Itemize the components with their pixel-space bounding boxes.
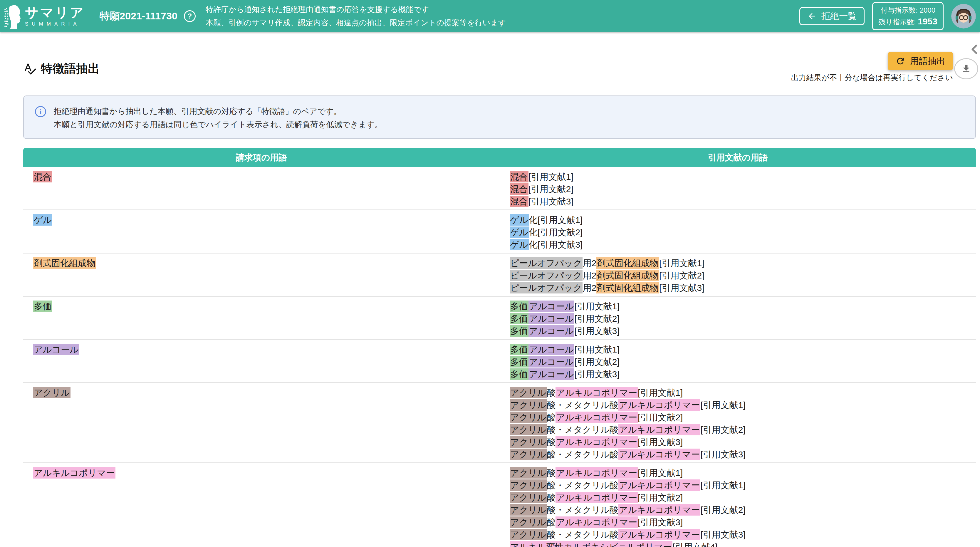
column-header-claim-terms: 請求項の用語 <box>23 152 500 164</box>
citation-line: アクリル酸・メタクリル酸アルキルコポリマー[引用文献1] <box>510 399 966 411</box>
highlighted-term: 混合 <box>510 183 528 195</box>
citation-line: 混合[引用文献2] <box>510 183 966 196</box>
highlighted-term: 剤式固化組成物 <box>597 258 659 269</box>
highlighted-term: アルキルコポリマー <box>618 479 701 491</box>
citation-line: アクリル酸・メタクリル酸アルキルコポリマー[引用文献2] <box>510 504 966 516</box>
highlighted-term: アルキルコポリマー <box>555 467 638 479</box>
highlighted-term: 多価 <box>33 301 52 312</box>
info-banner-text: 拒絶理由通知書から抽出した本願、引用文献の対応する「特徴語」のペアです。 本願と… <box>54 105 382 131</box>
term-text: [引用文献2] <box>638 412 683 422</box>
granted-count: 付与指示数: 2000 <box>878 5 937 16</box>
citation-line: アクリル酸・メタクリル酸アルキルコポリマー[引用文献2] <box>510 424 966 436</box>
term-text: [引用文献1] <box>574 345 619 354</box>
highlighted-term: アルキルコポリマー <box>618 504 701 515</box>
highlighted-term: アクリル <box>510 387 547 398</box>
citation-line: 多価アルコール[引用文献3] <box>510 368 966 380</box>
term-text: 酸 <box>547 437 555 447</box>
term-text: [引用文献3] <box>700 530 745 539</box>
patent-number: 特願2021-111730 <box>100 10 177 23</box>
term-text: 用2 <box>582 270 597 280</box>
download-button[interactable] <box>954 58 978 80</box>
main-content: 特徴語抽出 i 拒絶理由通知書から抽出した本願、引用文献の対応する「特徴語」のペ… <box>0 60 980 547</box>
feature-description: 特許庁から通知された拒絶理由通知書の応答を支援する機能です 本願、引例のサマリ作… <box>206 3 506 29</box>
term-extract-button[interactable]: 用語抽出 <box>888 52 953 70</box>
table-row: 剤式固化組成物ピールオフパック用2剤式固化組成物[引用文献1]ピールオフパック用… <box>23 253 976 297</box>
citation-line: アルキル変性カルボキシビニルポリマー[引用文献4] <box>510 541 966 547</box>
citation-line: アクリル酸・メタクリル酸アルキルコポリマー[引用文献3] <box>510 528 966 541</box>
highlighted-term: アルキルコポリマー <box>618 424 701 436</box>
page-title: 特徴語抽出 <box>41 60 100 77</box>
help-icon[interactable]: ? <box>184 10 196 22</box>
claim-term-cell: アルキルコポリマー <box>23 465 500 547</box>
highlighted-term: ピールオフパック <box>510 282 583 294</box>
highlighted-term: アクリル <box>510 504 547 515</box>
highlighted-term: アルキルコポリマー <box>555 412 638 423</box>
term-text: 酸 <box>547 517 555 527</box>
term-text: [引用文献1] <box>700 480 745 490</box>
rejection-list-button[interactable]: 拒絶一覧 <box>799 7 865 25</box>
term-text: [引用文献3] <box>638 517 683 527</box>
highlighted-term: アクリル <box>510 479 547 491</box>
highlighted-term: 混合 <box>510 196 528 207</box>
highlighted-term: ピールオフパック <box>510 270 583 281</box>
info-line2: 本願と引用文献の対応する用語は同じ色でハイライト表示され、読解負荷を低減できます… <box>54 118 382 131</box>
citation-terms-cell: 混合[引用文献1]混合[引用文献2]混合[引用文献3] <box>500 169 976 208</box>
highlighted-term: アルコール <box>528 313 574 324</box>
spellcheck-icon <box>23 62 37 75</box>
highlighted-term: アクリル <box>510 517 547 528</box>
chevron-left-icon <box>969 43 979 55</box>
highlighted-term: アルコール <box>528 344 574 355</box>
summaria-logo-icon <box>5 3 21 29</box>
highlighted-term: アクリル <box>510 424 547 436</box>
info-line1: 拒絶理由通知書から抽出した本願、引用文献の対応する「特徴語」のペアです。 <box>54 105 382 118</box>
term-text: [引用文献2] <box>700 505 745 515</box>
highlighted-term: アルコール <box>33 344 79 355</box>
citation-terms-cell: ピールオフパック用2剤式固化組成物[引用文献1]ピールオフパック用2剤式固化組成… <box>500 255 976 294</box>
highlighted-term: アクリル <box>510 492 547 503</box>
highlighted-term: 多価 <box>510 356 528 367</box>
term-text: [引用文献3] <box>574 326 619 336</box>
info-icon: i <box>35 106 46 117</box>
highlighted-term: 多価 <box>510 313 528 324</box>
claim-term-cell: 混合 <box>23 169 500 208</box>
column-header-citation-terms: 引用文献の用語 <box>500 152 976 164</box>
term-text: [引用文献1] <box>700 400 745 410</box>
remaining-count: 残り指示数: 1953 <box>878 16 937 28</box>
app-logo[interactable]: サマリア SUMMARIA <box>5 3 85 29</box>
citation-line: ピールオフパック用2剤式固化組成物[引用文献2] <box>510 269 966 282</box>
top-app-bar: サマリア SUMMARIA 特願2021-111730 ? 特許庁から通知された… <box>0 0 980 32</box>
highlighted-term: アルキルコポリマー <box>555 436 638 448</box>
highlighted-term: アルコール <box>528 325 574 337</box>
term-text: [引用文献4] <box>673 542 718 547</box>
highlighted-term: アクリル <box>510 448 547 460</box>
citation-line: アクリル酸アルキルコポリマー[引用文献2] <box>510 411 966 424</box>
user-avatar[interactable] <box>951 4 976 29</box>
highlighted-term: 多価 <box>510 368 528 380</box>
highlighted-term: 混合 <box>510 171 528 183</box>
collapse-panel-chevron[interactable] <box>969 43 979 56</box>
highlighted-term: 剤式固化組成物 <box>33 258 96 269</box>
term-text: 酸・メタクリル酸 <box>547 425 618 434</box>
highlighted-term: ゲル <box>33 214 52 226</box>
table-row: ゲルゲル化[引用文献1]ゲル化[引用文献2]ゲル化[引用文献3] <box>23 210 976 253</box>
term-text: 酸 <box>547 493 555 502</box>
credits-box: 付与指示数: 2000 残り指示数: 1953 <box>872 2 943 30</box>
highlighted-term: アルキルコポリマー <box>33 467 115 479</box>
term-text: [引用文献1] <box>638 468 683 478</box>
citation-line: ゲル化[引用文献1] <box>510 214 966 226</box>
citation-terms-cell: 多価アルコール[引用文献1]多価アルコール[引用文献2]多価アルコール[引用文献… <box>500 342 976 380</box>
term-text: [引用文献3] <box>574 369 619 379</box>
highlighted-term: 混合 <box>33 171 52 183</box>
highlighted-term: アクリル <box>33 387 70 398</box>
info-banner: i 拒絶理由通知書から抽出した本願、引用文献の対応する「特徴語」のペアです。 本… <box>23 95 976 139</box>
feature-description-line2: 本願、引例のサマリ作成、認定内容、相違点の抽出、限定ポイントの提案等を行います <box>206 16 506 29</box>
term-text: 用2 <box>582 258 597 268</box>
citation-line: 多価アルコール[引用文献2] <box>510 356 966 368</box>
claim-term-line: 混合 <box>33 171 490 183</box>
highlighted-term: アルキルコポリマー <box>618 448 701 460</box>
download-icon <box>961 64 972 74</box>
logo-subtitle: SUMMARIA <box>25 21 85 27</box>
term-text: [引用文献1] <box>574 301 619 311</box>
term-text: 化[引用文献1] <box>529 215 582 225</box>
highlighted-term: アルキルコポリマー <box>555 387 638 398</box>
